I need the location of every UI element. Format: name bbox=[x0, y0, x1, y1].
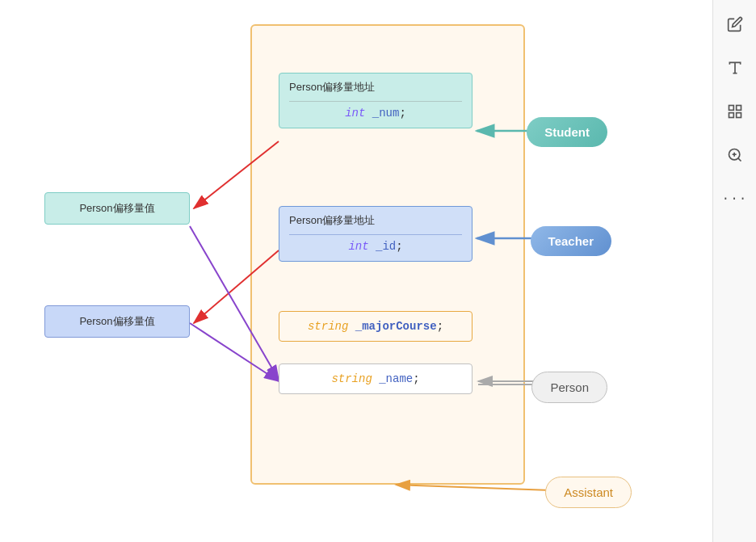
var-id: _id bbox=[376, 240, 396, 253]
box-teal-divider bbox=[289, 101, 462, 102]
canvas: Person偏移量地址 int _num; Person偏移量地址 int _i… bbox=[0, 0, 712, 542]
label-assistant: Assistant bbox=[545, 477, 632, 508]
box-orange-field: string _majorCourse; bbox=[279, 311, 472, 342]
more-button[interactable]: ··· bbox=[720, 184, 750, 213]
kw-string-2: string bbox=[331, 372, 372, 385]
semicolon-1: ; bbox=[399, 107, 405, 120]
semicolon-3: ; bbox=[437, 320, 443, 333]
box-green-left: Person偏移量值 bbox=[44, 192, 190, 225]
kw-string-1: string bbox=[308, 320, 348, 333]
toolbar: ··· bbox=[712, 0, 756, 542]
box-teal-top-code: int _num; bbox=[289, 107, 462, 120]
shapes-button[interactable] bbox=[720, 97, 750, 126]
text-button[interactable] bbox=[720, 53, 750, 82]
semicolon-2: ; bbox=[396, 240, 402, 253]
var-major: _majorCourse bbox=[355, 320, 437, 333]
label-person: Person bbox=[531, 372, 607, 403]
more-icon: ··· bbox=[722, 191, 748, 206]
box-blue-title: Person偏移量地址 bbox=[289, 213, 462, 228]
box-orange-code: string _majorCourse; bbox=[289, 320, 462, 333]
svg-rect-19 bbox=[729, 113, 733, 118]
box-blue: Person偏移量地址 int _id; bbox=[279, 206, 472, 262]
box-blue-left: Person偏移量值 bbox=[44, 305, 190, 338]
box-white-field: string _name; bbox=[279, 363, 472, 394]
box-teal-top: Person偏移量地址 int _num; bbox=[279, 73, 472, 128]
svg-rect-18 bbox=[736, 106, 741, 111]
edit-button[interactable] bbox=[720, 10, 750, 39]
box-teal-top-title: Person偏移量地址 bbox=[289, 80, 462, 95]
box-blue-code: int _id; bbox=[289, 240, 462, 253]
var-name: _name bbox=[379, 372, 413, 385]
svg-rect-20 bbox=[736, 113, 741, 118]
box-blue-divider bbox=[289, 234, 462, 235]
svg-rect-17 bbox=[729, 106, 733, 111]
label-student: Student bbox=[527, 117, 607, 147]
var-num: _num bbox=[372, 107, 400, 120]
semicolon-4: ; bbox=[413, 372, 419, 385]
box-white-code: string _name; bbox=[289, 372, 462, 385]
kw-int-2: int bbox=[348, 240, 368, 253]
zoom-in-button[interactable] bbox=[720, 141, 750, 170]
label-teacher: Teacher bbox=[531, 226, 611, 256]
kw-int-1: int bbox=[345, 107, 365, 120]
svg-line-22 bbox=[737, 158, 741, 162]
